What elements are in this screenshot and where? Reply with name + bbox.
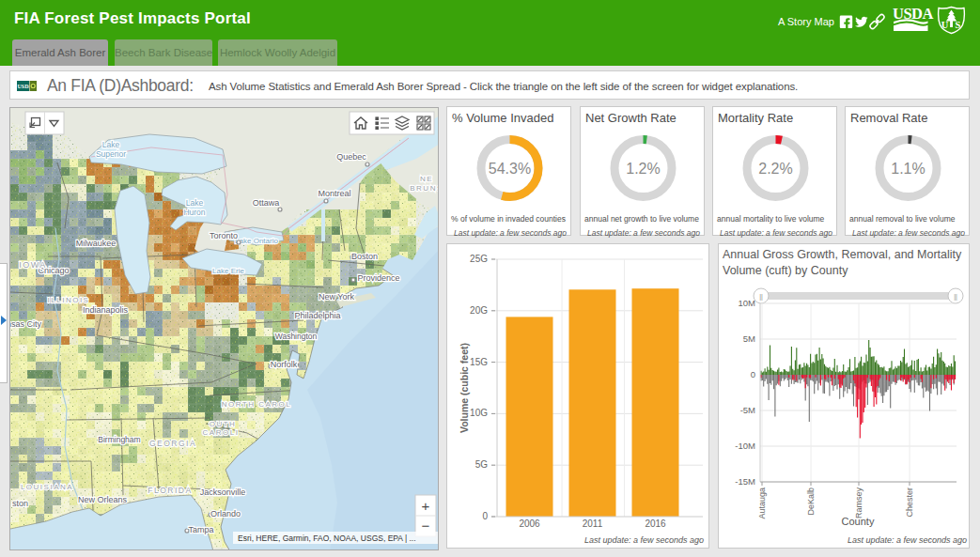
svg-text:IOWA: IOWA [19,260,47,270]
svg-text:2011: 2011 [583,518,603,529]
svg-text:Boston: Boston [351,252,378,261]
svg-text:Ottawa: Ottawa [253,198,280,208]
svg-text:Philadelphia: Philadelphia [294,311,340,320]
svg-text:Superior: Superior [96,149,126,159]
svg-text:Chester: Chester [905,487,914,518]
svg-text:Lake Ontario: Lake Ontario [235,237,278,245]
svg-text:Norfolk: Norfolk [271,360,298,369]
svg-text:Lake Erie: Lake Erie [212,267,244,275]
svg-text:ILLINOIS: ILLINOIS [48,296,90,304]
svg-text:||: || [759,293,763,301]
svg-text:2.2%: 2.2% [758,161,792,177]
svg-text:NE: NE [420,175,433,183]
svg-text:15G: 15G [470,357,488,367]
svg-text:FLORIDA: FLORIDA [148,486,192,495]
svg-text:5M: 5M [743,333,755,344]
svg-text:Montreal: Montreal [318,189,350,198]
svg-text:0: 0 [482,511,488,521]
svg-text:Indianapolis: Indianapolis [83,305,129,315]
svg-text:Annual Gross Growth, Removal,: Annual Gross Growth, Removal, and Mortal… [723,248,962,261]
svg-text:1.2%: 1.2% [626,161,660,177]
svg-text:Last update: a few seconds ago: Last update: a few seconds ago [584,535,704,545]
svg-text:Milwaukee: Milwaukee [76,239,117,248]
svg-text:Tampa: Tampa [188,525,213,534]
svg-text:Providence: Providence [357,273,399,283]
svg-text:A Story Map: A Story Map [778,16,834,27]
svg-text:DeKalb: DeKalb [806,487,816,516]
svg-text:Lake: Lake [102,140,120,149]
svg-text:25G: 25G [470,254,488,264]
svg-text:2006: 2006 [519,518,540,529]
svg-text:NORTH CAROL: NORTH CAROL [222,400,292,409]
svg-text:Washington: Washington [275,332,318,341]
svg-text:County: County [842,516,875,527]
svg-text:Kansas City: Kansas City [10,319,42,329]
svg-text:2016: 2016 [645,518,666,529]
svg-text:-5M: -5M [740,405,755,415]
svg-text:10M: 10M [739,298,756,308]
svg-text:Orlando: Orlando [210,509,241,518]
svg-text:USDA: USDA [893,5,934,23]
svg-text:Volume (cubic feet): Volume (cubic feet) [459,343,470,433]
svg-text:||: || [954,293,957,301]
svg-text:Last update: a few seconds ago: Last update: a few seconds ago [848,535,967,545]
svg-text:BRUNS: BRUNS [410,184,439,193]
svg-text:Volume (cuft) by County: Volume (cuft) by County [723,264,848,277]
svg-text:1.1%: 1.1% [891,161,925,177]
svg-text:OUTH: OUTH [210,420,237,428]
svg-text:+: + [422,498,430,514]
svg-text:New Orleans: New Orleans [78,495,128,504]
svg-text:−: − [422,518,430,534]
svg-text:Toronto: Toronto [210,231,238,240]
svg-text:Jacksonville: Jacksonville [200,487,246,497]
svg-text:Birmingham: Birmingham [98,435,140,444]
svg-text:S: S [955,20,960,30]
svg-text:10G: 10G [470,408,488,418]
svg-text:GEORGIA: GEORGIA [149,439,196,448]
svg-text:Esri, HERE, Garmin, FAO, NOAA,: Esri, HERE, Garmin, FAO, NOAA, USGS, EPA… [238,534,416,543]
svg-text:5G: 5G [475,459,489,470]
svg-text:CAROLI: CAROLI [203,428,240,437]
svg-text:Lake: Lake [186,198,204,208]
svg-text:Quebec: Quebec [336,152,366,162]
svg-text:Ramsey: Ramsey [854,487,863,519]
svg-text:U: U [941,20,949,30]
svg-text:New York: New York [319,292,355,302]
svg-text:20G: 20G [470,305,488,316]
svg-text:-10M: -10M [735,441,755,451]
svg-text:0: 0 [751,369,755,379]
svg-text:54.3%: 54.3% [489,161,531,177]
svg-text:LOUISIANA: LOUISIANA [21,483,73,491]
svg-text:-15M: -15M [735,476,755,487]
svg-text:ston: ston [12,499,28,508]
svg-text:Autauga: Autauga [757,487,767,519]
svg-text:Huron: Huron [183,208,205,217]
